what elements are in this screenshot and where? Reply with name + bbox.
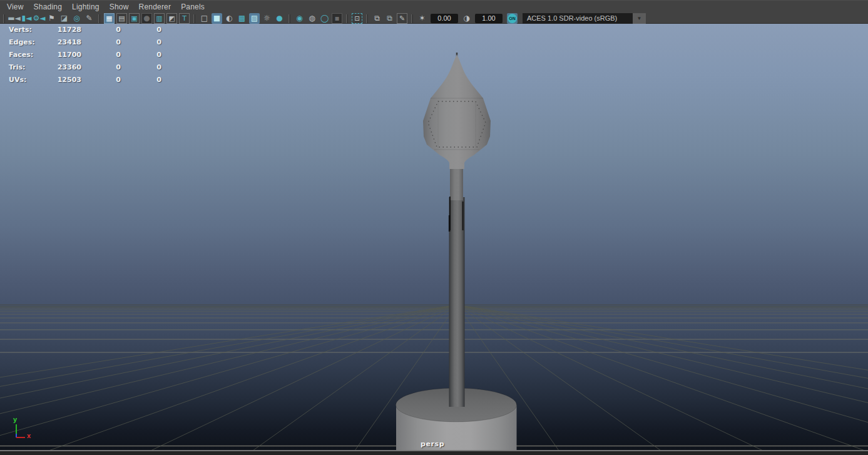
snapshot-new-icon[interactable]: ⧉ <box>372 13 382 24</box>
hud-c2: 0 <box>94 38 121 46</box>
motion-blur-toggle-icon[interactable]: ◍ <box>307 13 317 24</box>
on-label: ON <box>508 14 517 23</box>
hud-c2: 0 <box>94 63 121 71</box>
hud-label: Edges: <box>9 38 35 46</box>
resolution-gate-icon[interactable]: ▣ <box>129 13 140 24</box>
panel-icon-bar: ▬◄▮◄⚙◄⚑◪◎✎▦▤▣●▥◩T□■◐▩▨☼●◉◍◯▪⊡⧉⧉✎✶0.00◑1.… <box>0 13 868 24</box>
pan-zoom-tool-icon[interactable]: ◎ <box>71 13 82 24</box>
image-plane-icon[interactable]: ◩ <box>166 13 177 24</box>
maya-viewport-panel: ViewShadingLightingShowRendererPanels ▬◄… <box>0 0 868 455</box>
toolbar-grip <box>346 14 348 23</box>
menu-shading[interactable]: Shading <box>31 1 69 13</box>
hud-c3: 0 <box>135 51 161 59</box>
viewport-bottom-strip <box>0 451 868 455</box>
hud-row: Faces:1170000 <box>0 51 188 63</box>
wireframe-on-shaded-icon[interactable]: ◐ <box>224 13 235 24</box>
exposure-value-field[interactable]: 0.00 <box>431 14 458 23</box>
prev-view-camera-icon[interactable]: ▬◄ <box>9 13 19 24</box>
hud-label: Faces: <box>9 51 33 59</box>
hud-label: UVs: <box>9 76 26 84</box>
field-chart-icon[interactable]: ▥ <box>154 13 165 24</box>
prev-view-lock-icon[interactable]: ▮◄ <box>21 13 32 24</box>
axis-x-label: x <box>27 432 31 439</box>
toolbar-grip <box>411 14 413 23</box>
hud-c1: 12503 <box>38 76 81 84</box>
prev-view-gear-icon[interactable]: ⚙◄ <box>34 13 44 24</box>
axis-y-label: y <box>13 416 17 423</box>
axis-indicator: y x <box>8 415 45 446</box>
use-default-material-icon[interactable]: ▨ <box>249 13 260 24</box>
hud-toggle-icon[interactable]: T <box>179 13 190 24</box>
hud-row: UVs:1250300 <box>0 76 188 88</box>
shadows-toggle-icon[interactable]: ● <box>274 13 285 24</box>
multi-panel-layout-icon[interactable]: ◪ <box>59 13 69 24</box>
hud-c1: 23418 <box>38 38 81 46</box>
menu-show[interactable]: Show <box>106 1 136 13</box>
toolbar-grip <box>366 14 368 23</box>
exposure-icon[interactable]: ✶ <box>417 13 427 24</box>
hud-label: Tris: <box>9 63 25 71</box>
lamp-post-model[interactable] <box>396 53 517 451</box>
color-management-toggle[interactable]: ON <box>507 13 518 24</box>
hud-poly-count: Verts:1172800Edges:2341800Faces:1170000T… <box>0 26 188 88</box>
scene-canvas <box>0 24 868 455</box>
hud-row: Verts:1172800 <box>0 26 188 38</box>
toolbar-grip <box>3 14 5 23</box>
viewport-3d[interactable]: Verts:1172800Edges:2341800Faces:1170000T… <box>0 24 868 455</box>
menu-lighting[interactable]: Lighting <box>69 1 106 13</box>
hud-c2: 0 <box>94 76 121 84</box>
textured-mode-icon[interactable]: ▩ <box>237 13 247 24</box>
panel-top-bar: ViewShadingLightingShowRendererPanels ▬◄… <box>0 0 868 24</box>
bookmark-icon[interactable]: ⚑ <box>46 13 57 24</box>
grease-pencil-icon[interactable]: ✎ <box>84 13 94 24</box>
hud-c1: 11700 <box>38 51 81 59</box>
color-space-value: ACES 1.0 SDR-video (sRGB) <box>523 13 633 24</box>
axis-x-line <box>16 437 25 438</box>
anti-aliasing-toggle-icon[interactable]: ◯ <box>319 13 330 24</box>
hud-label: Verts: <box>9 26 32 34</box>
color-space-dropdown[interactable]: ACES 1.0 SDR-video (sRGB)▼ <box>523 13 646 24</box>
snapshot-stack-icon[interactable]: ⧉ <box>384 13 395 24</box>
menu-panels[interactable]: Panels <box>178 1 212 13</box>
gamma-value-field[interactable]: 1.00 <box>475 14 503 23</box>
isolate-select-icon[interactable]: ⊡ <box>352 13 362 24</box>
wireframe-mode-icon[interactable]: □ <box>199 13 210 24</box>
toolbar-grip <box>288 14 290 23</box>
hud-c2: 0 <box>94 26 121 34</box>
hud-c1: 23360 <box>38 63 81 71</box>
hud-c1: 11728 <box>38 26 81 34</box>
axis-y-line <box>16 424 17 434</box>
hud-c3: 0 <box>135 38 161 46</box>
hud-c3: 0 <box>135 63 161 71</box>
hud-c3: 0 <box>135 76 161 84</box>
camera-name-label[interactable]: persp <box>421 440 444 448</box>
snapshot-edit-icon[interactable]: ✎ <box>397 13 407 24</box>
contrast-icon[interactable]: ◑ <box>461 13 472 24</box>
hud-c3: 0 <box>135 26 161 34</box>
hud-row: Tris:2336000 <box>0 63 188 76</box>
panel-menu-bar: ViewShadingLightingShowRendererPanels <box>0 1 868 13</box>
toolbar-grip <box>98 14 100 23</box>
film-gate-icon[interactable]: ▤ <box>116 13 127 24</box>
toolbar-grip <box>193 14 195 23</box>
hud-c2: 0 <box>94 51 121 59</box>
menu-renderer[interactable]: Renderer <box>136 1 178 13</box>
lighting-toggle-icon[interactable]: ☼ <box>262 13 272 24</box>
hud-row: Edges:2341800 <box>0 38 188 51</box>
shaded-mode-icon[interactable]: ■ <box>212 13 222 24</box>
menu-view[interactable]: View <box>4 1 31 13</box>
ssao-toggle-icon[interactable]: ◉ <box>294 13 305 24</box>
gate-mask-icon[interactable]: ● <box>141 13 152 24</box>
depth-of-field-toggle-icon[interactable]: ▪ <box>332 13 342 24</box>
grid-toggle-icon[interactable]: ▦ <box>104 13 115 24</box>
chevron-down-icon[interactable]: ▼ <box>633 13 646 24</box>
